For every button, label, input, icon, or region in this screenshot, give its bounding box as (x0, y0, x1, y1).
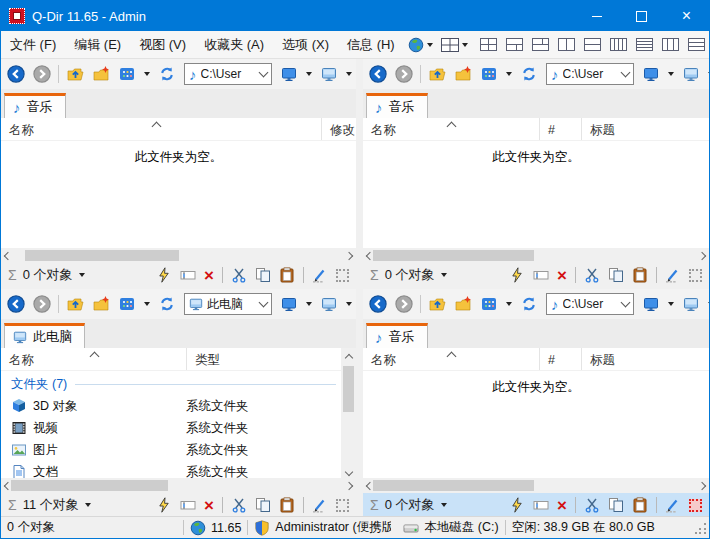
list-item[interactable]: 视频 系统文件夹 (1, 417, 356, 439)
folder-up-button[interactable] (425, 62, 449, 86)
address-combobox[interactable]: 此电脑 (184, 293, 272, 315)
paste-button[interactable] (279, 497, 295, 513)
column-title[interactable]: 标题 (581, 348, 709, 370)
rename-button[interactable] (180, 267, 196, 283)
resize-grip[interactable] (695, 522, 707, 534)
quick-actions-button[interactable] (509, 267, 525, 283)
layout-three-rows-button[interactable] (688, 38, 705, 51)
scroll-down-icon[interactable] (344, 468, 352, 476)
view-mode-button[interactable] (477, 292, 501, 316)
forward-button[interactable] (392, 292, 416, 316)
count-dropdown-icon[interactable] (79, 273, 85, 277)
column-name[interactable]: 名称 (363, 118, 539, 140)
desktop-dropdown[interactable] (303, 292, 315, 316)
back-button[interactable] (4, 292, 28, 316)
forward-button[interactable] (392, 62, 416, 86)
scroll-right-icon[interactable] (698, 251, 706, 259)
layout-four-rows-button[interactable] (636, 38, 653, 51)
layout-four-columns-button[interactable] (610, 38, 627, 51)
cut-button[interactable] (231, 497, 247, 513)
edit-button[interactable] (312, 267, 328, 283)
menu-edit[interactable]: 编辑 (E) (65, 31, 130, 58)
view-mode-dropdown[interactable] (141, 62, 153, 86)
list-item[interactable]: 3D 对象 系统文件夹 (1, 395, 356, 417)
desktop2-button[interactable] (679, 292, 703, 316)
edit-button[interactable] (665, 267, 681, 283)
tab-music[interactable]: ♪ 音乐 (366, 93, 428, 118)
list-item[interactable]: 文档 系统文件夹 (1, 461, 356, 478)
layout-three-columns-button[interactable] (662, 38, 679, 51)
paste-button[interactable] (632, 497, 648, 513)
new-folder-button[interactable] (89, 62, 113, 86)
group-header[interactable]: 文件夹 (7) (1, 371, 356, 395)
version-segment[interactable]: 11.65 (184, 517, 247, 538)
desktop2-dropdown[interactable] (343, 62, 355, 86)
delete-button[interactable]: × (557, 267, 567, 284)
desktop2-dropdown[interactable] (343, 292, 355, 316)
folder-up-button[interactable] (63, 292, 87, 316)
column-name[interactable]: 名称 (1, 118, 321, 140)
layout-two-horizontal-button[interactable] (584, 38, 601, 51)
paste-button[interactable] (632, 267, 648, 283)
tab-music[interactable]: ♪ 音乐 (4, 93, 66, 118)
view-mode-button[interactable] (477, 62, 501, 86)
horizontal-scrollbar[interactable] (363, 248, 709, 263)
folder-up-button[interactable] (425, 292, 449, 316)
language-globe-button[interactable] (406, 35, 435, 55)
forward-button[interactable] (30, 62, 54, 86)
horizontal-scrollbar[interactable] (363, 478, 709, 493)
column-number[interactable]: # (539, 118, 581, 140)
desktop2-button[interactable] (317, 292, 341, 316)
layout-main-button[interactable] (439, 36, 470, 54)
desktop-button[interactable] (639, 62, 663, 86)
minimize-button[interactable] (574, 1, 619, 31)
pane-focus-indicator[interactable] (689, 269, 702, 282)
scrollbar-thumb[interactable] (373, 480, 534, 491)
scrollbar-thumb[interactable] (343, 366, 354, 412)
edit-button[interactable] (665, 497, 681, 513)
column-title[interactable]: 标题 (581, 118, 709, 140)
desktop-dropdown[interactable] (303, 62, 315, 86)
menu-file[interactable]: 文件 (F) (1, 31, 65, 58)
column-number[interactable]: # (539, 348, 581, 370)
desktop-button[interactable] (277, 62, 301, 86)
pane-focus-indicator[interactable] (336, 269, 349, 282)
layout-split-top-right-button[interactable] (532, 38, 549, 51)
view-mode-dropdown[interactable] (503, 292, 515, 316)
back-button[interactable] (4, 62, 28, 86)
scroll-right-icon[interactable] (345, 251, 353, 259)
horizontal-scrollbar[interactable] (1, 248, 356, 263)
cut-button[interactable] (584, 497, 600, 513)
tab-this-pc[interactable]: 此电脑 (4, 323, 85, 348)
delete-button[interactable]: × (204, 497, 214, 514)
horizontal-scrollbar[interactable] (1, 478, 356, 493)
close-button[interactable]: × (664, 1, 709, 31)
menu-view[interactable]: 视图 (V) (130, 31, 195, 58)
rename-button[interactable] (180, 497, 196, 513)
quick-actions-button[interactable] (156, 497, 172, 513)
tab-music[interactable]: ♪ 音乐 (366, 323, 428, 348)
rename-button[interactable] (533, 267, 549, 283)
scrollbar-thumb[interactable] (25, 250, 179, 261)
scroll-right-icon[interactable] (698, 481, 706, 489)
view-mode-button[interactable] (115, 62, 139, 86)
back-button[interactable] (366, 62, 390, 86)
view-mode-dropdown[interactable] (503, 62, 515, 86)
desktop-dropdown[interactable] (665, 62, 677, 86)
new-folder-button[interactable] (89, 292, 113, 316)
scrollbar-thumb[interactable] (11, 480, 168, 491)
folder-up-button[interactable] (63, 62, 87, 86)
refresh-button[interactable] (155, 62, 179, 86)
forward-button[interactable] (30, 292, 54, 316)
desktop2-dropdown[interactable] (705, 62, 710, 86)
menu-options[interactable]: 选项 (X) (273, 31, 338, 58)
address-combobox[interactable]: ♪ C:\User (184, 63, 272, 85)
edit-button[interactable] (312, 497, 328, 513)
quick-actions-button[interactable] (509, 497, 525, 513)
scroll-left-icon[interactable] (4, 251, 12, 259)
list-item[interactable]: 图片 系统文件夹 (1, 439, 356, 461)
vertical-scrollbar[interactable] (341, 348, 356, 479)
copy-button[interactable] (608, 497, 624, 513)
desktop-button[interactable] (277, 292, 301, 316)
menu-favorites[interactable]: 收藏夹 (A) (195, 31, 273, 58)
